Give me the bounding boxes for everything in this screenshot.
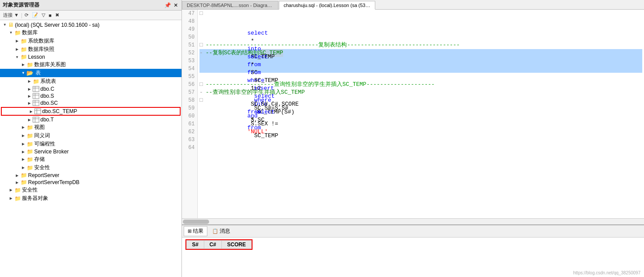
results-panel: ⊞ 结果 📋 消息 S# C# SCORE [182, 224, 644, 277]
storage-label: 存储 [34, 156, 45, 163]
tables-expand[interactable] [20, 70, 26, 76]
lesson-expand[interactable] [14, 54, 20, 60]
h-scroll-thumb[interactable] [183, 220, 209, 224]
tree-item-dbo-sc[interactable]: dbo.SC [0, 99, 181, 107]
tree-item-dbo-c[interactable]: dbo.C [0, 85, 181, 92]
tab-diagram[interactable]: DESKTOP-8M5APNL....sson - Diagram_0* [182, 1, 278, 9]
rs-expand[interactable] [14, 172, 20, 178]
prog-icon: 📁 [26, 141, 33, 147]
tree-item-report-server-temp[interactable]: 📁 ReportServerTempDB [0, 179, 181, 186]
tree-item-dbo-s[interactable]: dbo.S [0, 92, 181, 99]
col-score: SCORE [222, 241, 252, 249]
pin-icon[interactable]: 📌 [164, 2, 172, 8]
svg-rect-12 [33, 117, 39, 122]
object-explorer-header: 对象资源管理器 📌 ✕ [0, 0, 181, 11]
db-diagram-label: 数据库关系图 [34, 61, 66, 68]
editor-panel: DESKTOP-8M5APNL....sson - Diagram_0* cha… [182, 0, 644, 277]
tree-item-programmability[interactable]: 📁 可编程性 [0, 140, 181, 148]
sys-db-expand[interactable] [14, 38, 20, 44]
so-expand[interactable] [8, 195, 14, 202]
sec-lesson-expand[interactable] [20, 165, 26, 171]
sys-tables-expand[interactable] [26, 78, 32, 85]
db-diagram-expand[interactable] [20, 62, 26, 68]
sec-lesson-label: 安全性 [34, 164, 50, 171]
results-tabs: ⊞ 结果 📋 消息 [182, 225, 644, 238]
sec-expand[interactable] [8, 187, 14, 193]
sb-icon: 📁 [26, 149, 33, 155]
code-content[interactable]: □ □ ---------------------------------复制表… [198, 10, 644, 218]
root-expand[interactable] [2, 22, 8, 28]
db-snapshot-label: 数据库快照 [28, 46, 54, 53]
tree-item-views[interactable]: 📁 视图 [0, 123, 181, 131]
tree-item-report-server[interactable]: 📁 ReportServer [0, 172, 181, 179]
connect-button[interactable]: 连接 ▼ [2, 11, 20, 19]
tree-item-service-broker[interactable]: 📁 Service Broker [0, 148, 181, 155]
tree-item-security-lesson[interactable]: 📁 安全性 [0, 163, 181, 172]
code-editor[interactable]: 47 48 49 50 51 52 53 54 55 56 57 58 59 6… [182, 10, 644, 224]
tree-item-databases[interactable]: 📁 数据库 [0, 28, 181, 37]
db-diagram-icon: 📁 [26, 62, 33, 68]
dbo-sc-temp-expand[interactable] [28, 108, 34, 114]
lesson-label: Lesson [28, 54, 45, 60]
sb-expand[interactable] [20, 149, 26, 155]
editor-tabs-bar: DESKTOP-8M5APNL....sson - Diagram_0* cha… [182, 0, 644, 10]
tree-item-server-objects[interactable]: 📁 服务器对象 [0, 194, 181, 202]
dbo-t-label: dbo.T [40, 117, 54, 123]
rst-expand[interactable] [14, 179, 20, 185]
tree-item-synonyms[interactable]: 📁 同义词 [0, 131, 181, 140]
sys-db-icon: 📁 [20, 38, 27, 44]
sec-label: 安全性 [22, 186, 38, 194]
explorer-toolbar: 连接 ▼ | ⟳ 📝 ▽ ■ ✖ [0, 11, 181, 20]
sec-lesson-icon: 📁 [26, 165, 33, 171]
code-line-61: select * from SC_TEMP [199, 120, 642, 128]
h-scroll[interactable] [182, 218, 644, 224]
refresh-button[interactable]: ⟳ [23, 12, 30, 18]
stop-button[interactable]: ■ [47, 12, 53, 18]
db-snapshot-expand[interactable] [14, 46, 20, 53]
dbo-c-expand[interactable] [26, 86, 32, 92]
tree-item-security[interactable]: 📁 安全性 [0, 186, 181, 194]
dbo-sc-expand[interactable] [26, 100, 32, 106]
svg-rect-0 [33, 86, 39, 92]
line-numbers: 47 48 49 50 51 52 53 54 55 56 57 58 59 6… [182, 10, 198, 218]
col-s-hash: S# [187, 241, 204, 249]
databases-expand[interactable] [8, 30, 14, 36]
tree-item-db-diagram[interactable]: 📁 数据库关系图 [0, 60, 181, 69]
result-grid-wrapper: S# C# SCORE [185, 239, 253, 250]
tree-item-sys-db[interactable]: 📁 系统数据库 [0, 37, 181, 45]
tree-item-dbo-sc-temp[interactable]: dbo.SC_TEMP [1, 107, 181, 116]
code-line-54: select * from SC_TEMP [199, 65, 642, 73]
tree-item-lesson[interactable]: 📁 Lesson [0, 53, 181, 60]
tree-item-sys-tables[interactable]: 📁 系统表 [0, 77, 181, 85]
new-query-button[interactable]: 📝 [31, 12, 39, 18]
views-label: 视图 [34, 124, 45, 131]
tree-root[interactable]: 🖥 (local) (SQL Server 10.50.1600 - sa) [0, 21, 181, 28]
table-icon-dbo-s [32, 93, 39, 99]
results-tab-messages[interactable]: 📋 消息 [208, 226, 234, 236]
so-label: 服务器对象 [22, 195, 48, 202]
synonyms-expand[interactable] [20, 133, 26, 139]
dbo-s-expand[interactable] [26, 93, 32, 99]
watermark: https://blog.csdn.net/qq_38250097 [573, 270, 640, 275]
msg-icon: 📋 [212, 228, 218, 234]
tree-item-tables[interactable]: 📂 表 [0, 69, 181, 77]
dbo-sc-label: dbo.SC [40, 100, 58, 106]
synonyms-label: 同义词 [34, 132, 50, 139]
tree-item-storage[interactable]: 📁 存储 [0, 155, 181, 163]
prog-expand[interactable] [20, 141, 26, 147]
tree-item-dbo-t[interactable]: dbo.T [0, 116, 181, 123]
filter-button[interactable]: ▽ [40, 12, 46, 18]
dbo-t-expand[interactable] [26, 117, 32, 123]
tree-item-db-snapshot[interactable]: 📁 数据库快照 [0, 45, 181, 53]
results-tab-results[interactable]: ⊞ 结果 [184, 226, 207, 236]
tab-sql[interactable]: charushuju.sql - (local).Lesson (sa (53)… [279, 1, 375, 10]
close-icon[interactable]: ✕ [173, 2, 179, 8]
storage-expand[interactable] [20, 156, 26, 163]
views-icon: 📁 [26, 124, 33, 131]
sys-tables-label: 系统表 [40, 78, 56, 85]
table-icon-dbo-sc-temp [34, 108, 41, 114]
table-icon-dbo-c [32, 86, 39, 92]
so-icon: 📁 [14, 195, 21, 202]
disconnect-button[interactable]: ✖ [54, 12, 60, 18]
views-expand[interactable] [20, 124, 26, 131]
